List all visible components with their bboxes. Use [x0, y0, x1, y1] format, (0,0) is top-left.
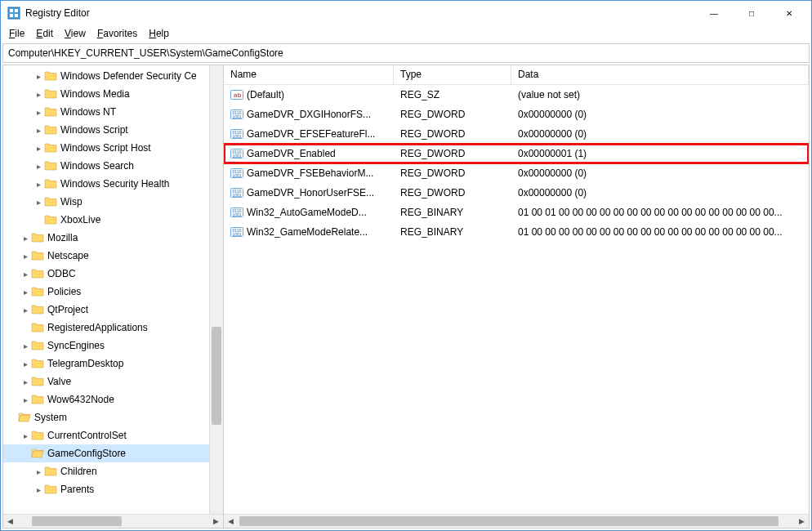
tree-item-label: XboxLive — [60, 214, 100, 225]
binary-value-icon — [230, 108, 243, 121]
scroll-left-arrow[interactable]: ◀ — [3, 515, 17, 529]
folder-icon — [31, 303, 44, 316]
value-row[interactable]: GameDVR_DXGIHonorFS...REG_DWORD0x0000000… — [224, 105, 809, 124]
value-row[interactable]: Win32_AutoGameModeD...REG_BINARY01 00 01… — [224, 203, 809, 222]
list-horizontal-scrollbar[interactable]: ◀ ▶ — [224, 514, 809, 528]
column-header-type[interactable]: Type — [394, 65, 511, 84]
expander-icon[interactable]: ▸ — [33, 72, 44, 81]
expander-icon[interactable]: ▸ — [33, 126, 44, 135]
tree-item[interactable]: ▸Valve — [3, 373, 223, 390]
expander-icon[interactable]: ▸ — [20, 341, 31, 350]
address-bar[interactable]: Computer\HKEY_CURRENT_USER\System\GameCo… — [2, 43, 810, 63]
close-button[interactable]: ✕ — [770, 1, 808, 25]
tree-item[interactable]: ▸Windows Defender Security Ce — [3, 67, 223, 85]
expander-icon[interactable]: ▸ — [33, 485, 44, 494]
tree-item[interactable]: ▸SyncEngines — [3, 337, 223, 355]
tree-item[interactable]: ▸Mozilla — [3, 229, 223, 247]
tree-item[interactable]: ▸Children — [3, 462, 223, 480]
tree-horizontal-scrollbar[interactable]: ◀ ▶ — [3, 514, 223, 528]
expander-icon[interactable]: ▸ — [33, 198, 44, 207]
folder-icon — [44, 465, 57, 478]
tree-pane: ▸Windows Defender Security Ce▸Windows Me… — [3, 65, 224, 528]
tree-item[interactable]: ▸Netscape — [3, 247, 223, 265]
scrollbar-thumb[interactable] — [239, 516, 779, 526]
scrollbar-thumb[interactable] — [212, 327, 221, 425]
expander-icon[interactable]: ▸ — [20, 288, 31, 297]
tree-item-label: Windows Script — [60, 124, 128, 136]
tree-item[interactable]: ▸TelegramDesktop — [3, 355, 223, 373]
value-row[interactable]: GameDVR_FSEBehaviorM...REG_DWORD0x000000… — [224, 163, 809, 183]
tree-item-label: Parents — [60, 484, 94, 495]
expander-icon[interactable]: ▸ — [33, 90, 44, 99]
tree-item[interactable]: ▸ODBC — [3, 265, 223, 283]
tree-item[interactable]: ▸Windows Search — [3, 157, 223, 175]
tree-item[interactable]: System — [3, 408, 223, 426]
value-row[interactable]: Win32_GameModeRelate...REG_BINARY01 00 0… — [224, 222, 809, 242]
tree-item[interactable]: ▸Wisp — [3, 193, 223, 211]
menu-help[interactable]: Help — [144, 27, 174, 40]
expander-icon[interactable]: ▸ — [20, 252, 31, 261]
value-type: REG_BINARY — [394, 207, 511, 218]
expander-icon[interactable]: ▸ — [20, 306, 31, 315]
expander-icon[interactable]: ▸ — [20, 359, 31, 368]
registry-tree[interactable]: ▸Windows Defender Security Ce▸Windows Me… — [3, 65, 223, 500]
tree-item[interactable]: ▸QtProject — [3, 301, 223, 319]
tree-item-label: Valve — [47, 376, 71, 387]
expander-icon[interactable]: ▸ — [33, 108, 44, 117]
tree-item-label: TelegramDesktop — [47, 358, 123, 369]
tree-item[interactable]: XboxLive — [3, 211, 223, 229]
expander-icon[interactable]: ▸ — [33, 467, 44, 476]
value-row[interactable]: (Default)REG_SZ(value not set) — [224, 85, 809, 105]
folder-icon — [44, 141, 57, 154]
column-header-name[interactable]: Name — [224, 65, 394, 84]
tree-item[interactable]: ▸CurrentControlSet — [3, 426, 223, 444]
scroll-right-arrow[interactable]: ▶ — [209, 515, 223, 529]
expander-icon[interactable]: ▸ — [20, 270, 31, 279]
expander-icon[interactable]: ▸ — [20, 395, 31, 404]
menu-view[interactable]: View — [60, 27, 91, 40]
minimize-button[interactable]: — — [695, 1, 733, 25]
expander-icon[interactable]: ▸ — [20, 234, 31, 243]
expander-icon[interactable]: ▸ — [20, 431, 31, 440]
column-headers: Name Type Data — [224, 65, 809, 85]
values-list[interactable]: (Default)REG_SZ(value not set)GameDVR_DX… — [224, 85, 809, 514]
expander-icon[interactable]: ▸ — [20, 377, 31, 386]
tree-item[interactable]: ▸Windows NT — [3, 103, 223, 121]
value-row[interactable]: GameDVR_HonorUserFSE...REG_DWORD0x000000… — [224, 183, 809, 203]
value-row[interactable]: GameDVR_EnabledREG_DWORD0x00000001 (1) — [224, 144, 809, 163]
folder-icon — [31, 357, 44, 370]
expander-icon[interactable]: ▸ — [33, 144, 44, 153]
folder-icon — [31, 231, 44, 244]
titlebar[interactable]: Registry Editor — □ ✕ — [1, 1, 811, 25]
tree-item[interactable]: ▸Windows Media — [3, 85, 223, 103]
value-row[interactable]: GameDVR_EFSEFeatureFl...REG_DWORD0x00000… — [224, 124, 809, 144]
folder-icon — [44, 177, 57, 190]
expander-icon[interactable]: ▸ — [33, 180, 44, 189]
tree-item[interactable]: ▸Wow6432Node — [3, 390, 223, 408]
expander-icon[interactable]: ▸ — [33, 162, 44, 171]
tree-vertical-scrollbar[interactable] — [209, 65, 223, 514]
value-name: GameDVR_FSEBehaviorM... — [247, 167, 373, 179]
column-header-data[interactable]: Data — [511, 65, 809, 84]
tree-item[interactable]: ▸Parents — [3, 480, 223, 498]
scroll-right-arrow[interactable]: ▶ — [795, 515, 809, 529]
tree-item[interactable]: ▸Windows Script Host — [3, 139, 223, 157]
menu-favorites[interactable]: Favorites — [92, 27, 142, 40]
scrollbar-thumb[interactable] — [32, 516, 122, 526]
string-value-icon — [230, 88, 243, 101]
tree-item-label: System — [34, 412, 67, 423]
maximize-button[interactable]: □ — [733, 1, 770, 25]
tree-item[interactable]: ▸Windows Security Health — [3, 175, 223, 193]
menu-edit[interactable]: Edit — [31, 27, 58, 40]
folder-icon — [44, 105, 57, 118]
scroll-left-arrow[interactable]: ◀ — [224, 515, 238, 529]
tree-item[interactable]: ▸Windows Script — [3, 121, 223, 139]
value-type: REG_DWORD — [394, 187, 511, 199]
folder-open-icon — [18, 411, 31, 424]
menu-file[interactable]: File — [4, 27, 29, 40]
tree-item[interactable]: ▸Policies — [3, 283, 223, 301]
tree-item[interactable]: GameConfigStore — [3, 444, 223, 462]
tree-item[interactable]: RegisteredApplications — [3, 319, 223, 337]
value-name: GameDVR_DXGIHonorFS... — [247, 109, 371, 120]
menubar: File Edit View Favorites Help — [1, 25, 811, 42]
